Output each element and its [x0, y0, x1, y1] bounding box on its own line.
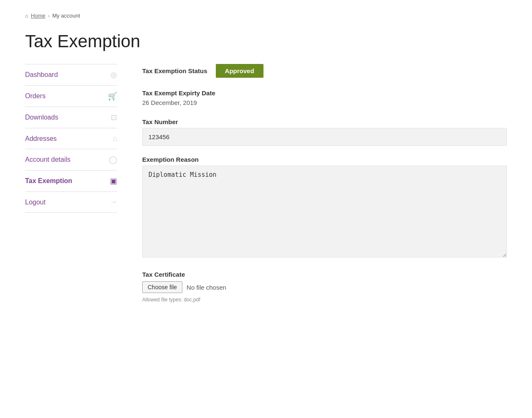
- allowed-types-text: Allowed file types: doc,pdf: [142, 297, 200, 303]
- orders-icon: 🛒: [108, 92, 117, 101]
- status-label: Tax Exemption Status: [142, 67, 207, 74]
- sidebar-label-orders: Orders: [25, 92, 46, 100]
- logout-icon: →: [110, 198, 117, 206]
- breadcrumb-home-link[interactable]: Home: [31, 13, 46, 19]
- file-upload-row: Choose file No file chosen: [142, 281, 507, 293]
- sidebar-label-account-details: Account details: [25, 156, 71, 163]
- sidebar-item-dashboard[interactable]: Dashboard ◎: [25, 64, 117, 86]
- home-icon: ⌂: [25, 13, 28, 19]
- sidebar-item-downloads[interactable]: Downloads ⊡: [25, 107, 117, 128]
- exemption-reason-label: Exemption Reason: [142, 156, 507, 163]
- page-title: Tax Exemption: [25, 31, 507, 51]
- sidebar-label-logout: Logout: [25, 199, 46, 206]
- dashboard-icon: ◎: [110, 70, 117, 79]
- main-content: Tax Exemption Status Approved Tax Exempt…: [142, 64, 507, 313]
- exemption-reason-group: Exemption Reason: [142, 156, 507, 259]
- expiry-group: Tax Exempt Expirty Date 26 December, 201…: [142, 89, 507, 107]
- sidebar-label-downloads: Downloads: [25, 114, 58, 121]
- status-badge: Approved: [216, 64, 263, 78]
- sidebar-item-orders[interactable]: Orders 🛒: [25, 86, 117, 107]
- sidebar: Dashboard ◎ Orders 🛒 Downloads ⊡ Address…: [25, 64, 117, 213]
- downloads-icon: ⊡: [111, 113, 117, 122]
- tax-number-group: Tax Number: [142, 118, 507, 146]
- no-file-text: No file chosen: [187, 284, 226, 291]
- sidebar-label-addresses: Addresses: [25, 135, 57, 143]
- status-row: Tax Exemption Status Approved: [142, 64, 507, 78]
- cert-label: Tax Certificate: [142, 271, 507, 278]
- page-layout: Dashboard ◎ Orders 🛒 Downloads ⊡ Address…: [25, 64, 507, 313]
- tax-certificate-group: Tax Certificate Choose file No file chos…: [142, 271, 507, 303]
- sidebar-item-tax-exemption[interactable]: Tax Exemption ▣: [25, 171, 117, 192]
- breadcrumb-current: My account: [52, 13, 80, 19]
- tax-number-input[interactable]: [142, 128, 507, 146]
- breadcrumb: ⌂ Home › My account: [25, 13, 507, 19]
- addresses-icon: ⌂: [113, 134, 117, 143]
- sidebar-label-tax-exemption: Tax Exemption: [25, 177, 72, 185]
- sidebar-item-addresses[interactable]: Addresses ⌂: [25, 128, 117, 149]
- breadcrumb-separator: ›: [48, 13, 50, 19]
- expiry-label: Tax Exempt Expirty Date: [142, 89, 507, 97]
- tax-exemption-icon: ▣: [110, 176, 117, 186]
- sidebar-label-dashboard: Dashboard: [25, 71, 58, 79]
- choose-file-button[interactable]: Choose file: [142, 281, 182, 293]
- sidebar-item-account-details[interactable]: Account details ◯: [25, 149, 117, 171]
- sidebar-item-logout[interactable]: Logout →: [25, 192, 117, 213]
- expiry-value: 26 December, 2019: [142, 99, 197, 106]
- account-details-icon: ◯: [109, 155, 117, 164]
- exemption-reason-textarea[interactable]: [142, 166, 507, 257]
- tax-number-label: Tax Number: [142, 118, 507, 125]
